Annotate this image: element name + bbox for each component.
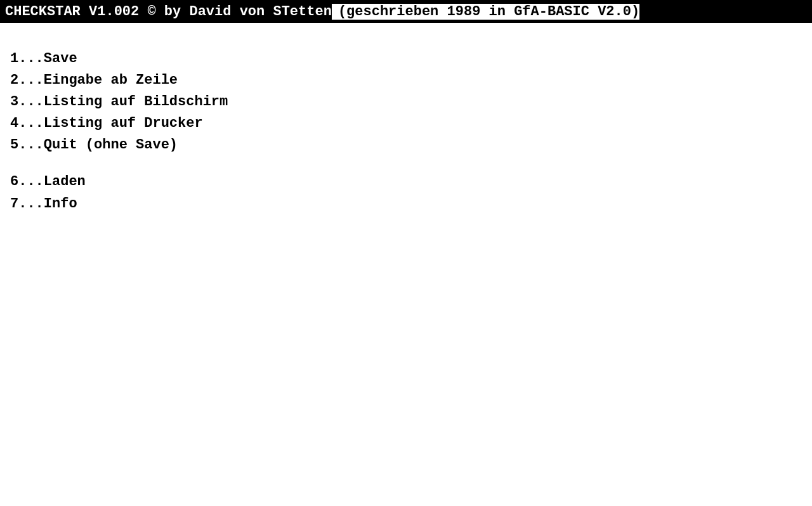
menu-group-1: 1...Save2...Eingabe ab Zeile3...Listing …: [10, 48, 802, 156]
menu-group-2: 6...Laden7...Info: [10, 171, 802, 214]
menu-item-3[interactable]: 3...Listing auf Bildschirm: [10, 91, 802, 113]
menu-item-1[interactable]: 1...Save: [10, 48, 802, 70]
menu-spacer: [10, 156, 802, 171]
menu-item-7[interactable]: 7...Info: [10, 193, 802, 215]
app-subtitle: (geschrieben 1989 in GfA-BASIC V2.0): [332, 4, 639, 20]
menu-item-4[interactable]: 4...Listing auf Drucker: [10, 113, 802, 134]
app-title: CHECKSTAR V1.002 © by David von STetten: [5, 4, 332, 20]
menu-item-5[interactable]: 5...Quit (ohne Save): [10, 134, 802, 156]
menu-item-2[interactable]: 2...Eingabe ab Zeile: [10, 70, 802, 91]
menu-item-6[interactable]: 6...Laden: [10, 171, 802, 193]
app-header: CHECKSTAR V1.002 © by David von STetten …: [0, 0, 812, 23]
main-menu: 1...Save2...Eingabe ab Zeile3...Listing …: [0, 23, 812, 225]
